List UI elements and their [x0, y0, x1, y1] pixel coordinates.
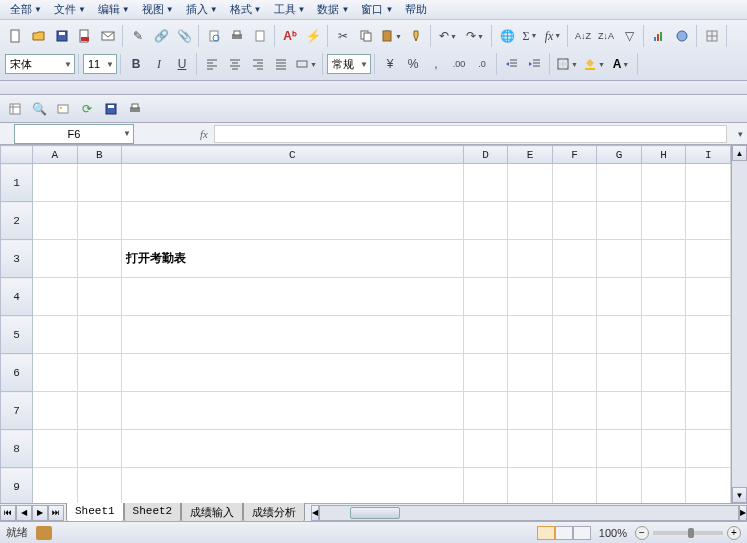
cell-I7[interactable] [686, 392, 731, 430]
cell-E1[interactable] [508, 164, 553, 202]
cell-I9[interactable] [686, 468, 731, 504]
cell-G8[interactable] [597, 430, 642, 468]
row-header-3[interactable]: 3 [1, 240, 33, 278]
tab-last-button[interactable]: ⏭ [48, 505, 64, 521]
italic-button[interactable]: I [148, 53, 170, 75]
currency-icon[interactable]: ¥ [379, 53, 401, 75]
scroll-left-button[interactable]: ◀ [311, 505, 319, 521]
column-header-E[interactable]: E [508, 146, 553, 164]
scroll-right-button[interactable]: ▶ [739, 505, 747, 521]
cell-A4[interactable] [33, 278, 78, 316]
menu-插入[interactable]: 插入▼ [180, 0, 224, 19]
menu-格式[interactable]: 格式▼ [224, 0, 268, 19]
borders-icon[interactable]: ▼ [554, 53, 580, 75]
cut-icon[interactable]: ✂ [332, 25, 354, 47]
row-header-6[interactable]: 6 [1, 354, 33, 392]
cell-E9[interactable] [508, 468, 553, 504]
cell-B4[interactable] [77, 278, 122, 316]
cell-E2[interactable] [508, 202, 553, 240]
cell-G4[interactable] [597, 278, 642, 316]
cell-I4[interactable] [686, 278, 731, 316]
cell-E6[interactable] [508, 354, 553, 392]
font-name-select[interactable]: 宋体▼ [5, 54, 75, 74]
column-header-G[interactable]: G [597, 146, 642, 164]
menu-文件[interactable]: 文件▼ [48, 0, 92, 19]
cell-B3[interactable] [77, 240, 122, 278]
cell-A7[interactable] [33, 392, 78, 430]
object-icon[interactable] [671, 25, 693, 47]
zoom-thumb[interactable] [688, 528, 694, 538]
cell-I5[interactable] [686, 316, 731, 354]
scroll-up-button[interactable]: ▲ [732, 145, 747, 161]
new-file-icon[interactable] [5, 25, 27, 47]
cell-A5[interactable] [33, 316, 78, 354]
formula-expand-icon[interactable]: ▾ [733, 129, 747, 139]
link-icon[interactable]: 🔗 [150, 25, 172, 47]
decrease-decimal-icon[interactable]: .0 [471, 53, 493, 75]
cell-I2[interactable] [686, 202, 731, 240]
cell-E3[interactable] [508, 240, 553, 278]
cell-H9[interactable] [641, 468, 686, 504]
column-header-C[interactable]: C [122, 146, 464, 164]
sort-asc-icon[interactable]: A↓Z [572, 25, 594, 47]
menu-窗口[interactable]: 窗口▼ [355, 0, 399, 19]
cell-G3[interactable] [597, 240, 642, 278]
print-alt-icon[interactable] [124, 98, 146, 120]
zoom-find-icon[interactable]: 🔍 [28, 98, 50, 120]
print-icon[interactable] [226, 25, 248, 47]
chart-icon[interactable] [648, 25, 670, 47]
cell-F3[interactable] [552, 240, 597, 278]
cell-C2[interactable] [122, 202, 464, 240]
cell-C9[interactable] [122, 468, 464, 504]
function-icon[interactable]: fx▼ [542, 25, 564, 47]
fill-color-icon[interactable]: ▼ [581, 53, 607, 75]
cell-D4[interactable] [463, 278, 508, 316]
datasource-icon[interactable] [4, 98, 26, 120]
mail-icon[interactable] [97, 25, 119, 47]
cell-F6[interactable] [552, 354, 597, 392]
cell-C5[interactable] [122, 316, 464, 354]
cell-F9[interactable] [552, 468, 597, 504]
cell-E4[interactable] [508, 278, 553, 316]
copy-icon[interactable] [355, 25, 377, 47]
cell-A3[interactable] [33, 240, 78, 278]
cell-H8[interactable] [641, 430, 686, 468]
cell-C4[interactable] [122, 278, 464, 316]
row-header-8[interactable]: 8 [1, 430, 33, 468]
cell-H2[interactable] [641, 202, 686, 240]
cell-G9[interactable] [597, 468, 642, 504]
cell-I1[interactable] [686, 164, 731, 202]
cell-A8[interactable] [33, 430, 78, 468]
attach-icon[interactable]: 📎 [173, 25, 195, 47]
align-right-icon[interactable] [247, 53, 269, 75]
menu-全部[interactable]: 全部▼ [4, 0, 48, 19]
cell-A2[interactable] [33, 202, 78, 240]
cell-D6[interactable] [463, 354, 508, 392]
increase-decimal-icon[interactable]: .00 [448, 53, 470, 75]
cell-E7[interactable] [508, 392, 553, 430]
cell-G2[interactable] [597, 202, 642, 240]
comma-icon[interactable]: , [425, 53, 447, 75]
paste-icon[interactable]: ▼ [378, 25, 404, 47]
cell-F1[interactable] [552, 164, 597, 202]
edit-icon[interactable]: ✎ [127, 25, 149, 47]
gallery-icon[interactable] [52, 98, 74, 120]
row-header-1[interactable]: 1 [1, 164, 33, 202]
font-color-icon[interactable]: A▼ [608, 53, 634, 75]
select-all-corner[interactable] [1, 146, 33, 164]
cell-B9[interactable] [77, 468, 122, 504]
save-alt-icon[interactable] [100, 98, 122, 120]
sheet-tab-成绩输入[interactable]: 成绩输入 [181, 502, 243, 523]
undo-icon[interactable]: ↶▼ [435, 25, 461, 47]
cell-C1[interactable] [122, 164, 464, 202]
cell-B6[interactable] [77, 354, 122, 392]
cell-H1[interactable] [641, 164, 686, 202]
merge-cells-icon[interactable]: ▼ [293, 53, 319, 75]
cell-I6[interactable] [686, 354, 731, 392]
bold-button[interactable]: B [125, 53, 147, 75]
cell-G7[interactable] [597, 392, 642, 430]
tab-prev-button[interactable]: ◀ [16, 505, 32, 521]
break-view-button[interactable] [573, 526, 591, 540]
export-pdf-icon[interactable] [74, 25, 96, 47]
cell-A9[interactable] [33, 468, 78, 504]
